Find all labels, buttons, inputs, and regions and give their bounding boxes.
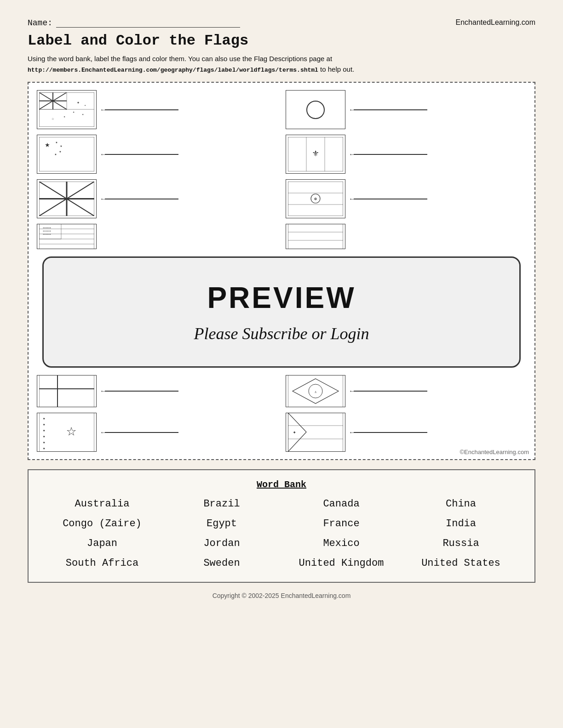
preview-title: PREVIEW (62, 281, 501, 315)
arrow-australia: ← (101, 106, 178, 114)
svg-text:★★★★★★: ★★★★★★ (43, 233, 51, 236)
word-bank-item: United Kingdom (282, 556, 401, 571)
word-bank-item: South Africa (42, 556, 162, 571)
arrow-jordan: ← (350, 429, 427, 436)
flag-row-china: ★ ★ ★ ★ ★ ← (33, 132, 281, 176)
svg-text:⚜: ⚜ (313, 148, 318, 159)
flag-box-jordan: ✦ (286, 413, 345, 452)
worksheet-watermark: ©EnchantedLearning.com (460, 449, 529, 455)
flag-box-india: ⊛ (286, 179, 345, 218)
svg-text:☆: ☆ (66, 422, 76, 441)
flag-box-uk (37, 179, 97, 218)
svg-text:★: ★ (55, 152, 57, 156)
site-name: EnchantedLearning.com (456, 18, 535, 27)
arrow-brazil: ← (350, 387, 427, 395)
arrow-uk: ← (101, 195, 178, 203)
word-bank-item: Mexico (282, 536, 401, 551)
word-bank-item: France (282, 516, 401, 531)
svg-text:✦: ✦ (82, 113, 84, 116)
svg-text:★: ★ (43, 416, 46, 421)
svg-rect-47 (39, 375, 94, 407)
arrow-china: ← (101, 151, 178, 158)
svg-text:★★★★★★: ★★★★★★ (43, 230, 51, 233)
svg-marker-65 (288, 413, 306, 452)
svg-text:⚓: ⚓ (315, 390, 317, 394)
copyright: Copyright © 2002-2025 EnchantedLearning.… (28, 592, 535, 599)
word-bank-item: Egypt (162, 516, 282, 531)
arrow-japan: ← (350, 106, 427, 114)
svg-text:✦: ✦ (293, 429, 296, 436)
svg-text:★★★★★★: ★★★★★★ (43, 227, 51, 229)
flag-row-uk: ← (33, 176, 281, 221)
flag-row-japan: ← (282, 87, 530, 132)
name-label: Name: (28, 18, 52, 28)
word-bank-item: Sweden (162, 556, 282, 571)
flag-row-brazil: ⚓ ← (282, 372, 530, 410)
flag-box-china: ★ ★ ★ ★ ★ (37, 135, 97, 174)
svg-text:✦: ✦ (77, 100, 80, 105)
svg-text:★: ★ (43, 440, 46, 445)
svg-text:★: ★ (59, 149, 62, 154)
word-bank-item: Russia (401, 536, 521, 551)
word-bank-item: Japan (42, 536, 162, 551)
japan-circle (306, 101, 325, 119)
arrow-india: ← (350, 195, 427, 203)
flag-box-japan (286, 90, 345, 129)
flag-row-sweden: ← (33, 372, 281, 410)
word-bank-item: India (401, 516, 521, 531)
svg-rect-62 (288, 413, 343, 452)
svg-text:⊛: ⊛ (314, 197, 317, 202)
word-bank-item: United States (401, 556, 521, 571)
svg-text:✦: ✦ (84, 104, 86, 107)
word-bank-item: Congo (Zaire) (42, 516, 162, 531)
preview-overlay: PREVIEW Please Subscribe or Login (42, 256, 521, 368)
name-field: Name: (28, 18, 240, 28)
svg-rect-44 (288, 224, 343, 249)
name-underline (56, 18, 240, 28)
flag-row-us-partial: ★★★★★★ ★★★★★★ ★★★★★★ (33, 221, 281, 252)
svg-text:★: ★ (56, 140, 58, 144)
svg-text:★: ★ (45, 140, 50, 149)
page-header: Name: EnchantedLearning.com (28, 18, 535, 28)
worksheet-area: ✦ ✦ ✦ ✦ ☆ ✦ ← (28, 82, 535, 460)
flag-box-australia: ✦ ✦ ✦ ✦ ☆ ✦ (37, 90, 97, 129)
flag-box-sweden (37, 375, 97, 407)
svg-text:★: ★ (43, 428, 46, 433)
word-bank: Word Bank AustraliaBrazilCanadaChinaCong… (28, 469, 535, 583)
arrow-mexico: ← (350, 151, 427, 158)
svg-text:★: ★ (43, 422, 46, 427)
word-bank-grid: AustraliaBrazilCanadaChinaCongo (Zaire)E… (42, 496, 521, 571)
flag-row-mexico: ⚜ ← (282, 132, 530, 176)
flag-box-russia-partial (286, 224, 345, 249)
arrow-sweden: ← (101, 387, 178, 395)
flag-row-south-africa: ★ ★ ★ ★ ★ ★ ☆ ← (33, 410, 281, 455)
word-bank-item: Brazil (162, 496, 282, 512)
word-bank-item: China (401, 496, 521, 512)
svg-text:★: ★ (60, 144, 63, 148)
flag-row-jordan: ✦ ← (282, 410, 530, 455)
flag-row-australia: ✦ ✦ ✦ ✦ ☆ ✦ ← (33, 87, 281, 132)
word-bank-title: Word Bank (42, 479, 521, 490)
word-bank-item: Australia (42, 496, 162, 512)
word-bank-item: Canada (282, 496, 401, 512)
svg-text:★: ★ (43, 446, 46, 451)
flag-row-india: ⊛ ← (282, 176, 530, 221)
flag-box-mexico: ⚜ (286, 135, 345, 174)
svg-text:✦: ✦ (63, 115, 66, 119)
description: Using the word bank, label the flags and… (28, 54, 535, 74)
flag-box-brazil: ⚓ (286, 375, 345, 407)
page-title: Label and Color the Flags (28, 32, 535, 49)
flag-box-us-partial: ★★★★★★ ★★★★★★ ★★★★★★ (37, 224, 97, 249)
preview-subtitle: Please Subscribe or Login (62, 324, 501, 343)
flag-box-south-africa: ★ ★ ★ ★ ★ ★ ☆ (37, 413, 97, 452)
svg-text:★: ★ (43, 434, 46, 439)
arrow-south-africa: ← (101, 429, 178, 436)
flag-row-russia-partial (282, 221, 530, 252)
svg-text:✦: ✦ (73, 110, 75, 114)
word-bank-item: Jordan (162, 536, 282, 551)
svg-text:☆: ☆ (52, 117, 54, 121)
